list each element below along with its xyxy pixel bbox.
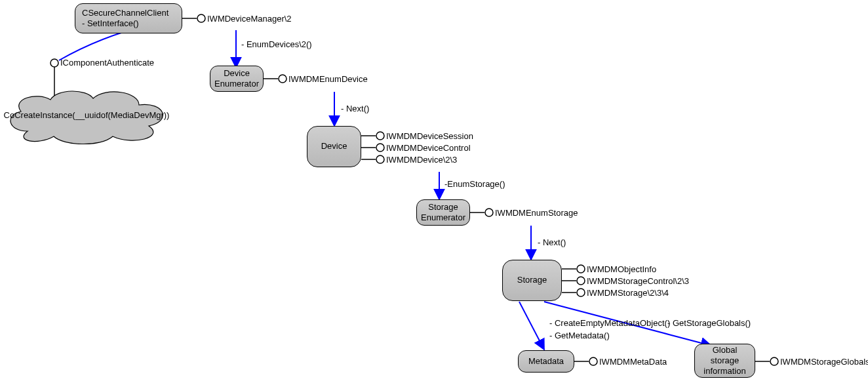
metadata-label: Metadata	[528, 356, 564, 367]
svg-point-7	[376, 132, 384, 140]
svg-point-19	[577, 289, 585, 296]
edge-next1: - Next()	[341, 104, 369, 113]
svg-point-5	[279, 75, 286, 83]
svg-point-21	[589, 357, 597, 365]
device-enumerator-node: Device Enumerator	[210, 66, 264, 92]
edge-enumstorage: -EnumStorage()	[444, 179, 505, 189]
global-storage-info-node: Global storage information	[694, 344, 755, 378]
svg-point-17	[577, 277, 585, 285]
edge-next2: - Next()	[538, 237, 566, 247]
svg-point-1	[197, 14, 205, 22]
edge-createempty: - CreateEmptyMetadataObject()	[549, 318, 670, 328]
device-enumerator-label: Device Enumerator	[214, 68, 259, 90]
iface-iwmdmstoragecontrol: IWMDMStorageControl\2\3	[587, 276, 689, 286]
storage-node: Storage	[502, 260, 562, 301]
svg-point-11	[376, 155, 384, 163]
iface-iwmdmenumstorage: IWMDMEnumStorage	[495, 208, 578, 218]
cocreateinstance-cloud: CoCreateInstance(__uuidof(MediaDevMgr))	[1, 85, 172, 144]
iface-iwmdmdevicesession: IWMDMDeviceSession	[386, 131, 473, 141]
iface-iwmdmdevice: IWMDMDevice\2\3	[386, 155, 457, 165]
edge-getstorageglobals: - GetStorageGlobals()	[667, 318, 751, 328]
svg-point-23	[770, 357, 778, 365]
svg-point-3	[50, 59, 58, 67]
device-node: Device	[307, 126, 361, 167]
iface-iwmdmstorage: IWMDMStorage\2\3\4	[587, 288, 669, 298]
storage-enumerator-label: Storage Enumerator	[421, 202, 465, 224]
edge-enumdevices: - EnumDevices\2()	[241, 39, 312, 49]
iface-iwmdevicemanager: IWMDeviceManager\2	[207, 14, 292, 24]
storage-label: Storage	[517, 275, 547, 285]
svg-point-13	[485, 209, 493, 216]
secure-channel-client-label: CSecureChannelClient - SetInterface()	[82, 8, 168, 30]
svg-point-15	[577, 265, 585, 273]
edge-getmetadata: - GetMetadata()	[549, 331, 610, 340]
iface-iwmdmenumdevice: IWMDMEnumDevice	[288, 74, 368, 84]
iface-iwmdmdevicecontrol: IWMDMDeviceControl	[386, 143, 471, 153]
cocreateinstance-label: CoCreateInstance(__uuidof(MediaDevMgr))	[4, 110, 170, 120]
iface-iwmdmobjectinfo: IWMDMObjectInfo	[587, 264, 656, 274]
iface-icomponentauthenticate: IComponentAuthenticate	[60, 58, 154, 68]
metadata-node: Metadata	[518, 350, 574, 373]
iface-iwmdmstorageglobals: IWMDMStorageGlobals	[780, 357, 868, 367]
storage-enumerator-node: Storage Enumerator	[416, 199, 470, 226]
iface-iwmdmmetadata: IWMDMMetaData	[599, 357, 667, 367]
svg-point-9	[376, 144, 384, 152]
global-storage-info-label: Global storage information	[703, 345, 745, 377]
device-label: Device	[321, 141, 347, 152]
secure-channel-client-node: CSecureChannelClient - SetInterface()	[75, 3, 182, 33]
